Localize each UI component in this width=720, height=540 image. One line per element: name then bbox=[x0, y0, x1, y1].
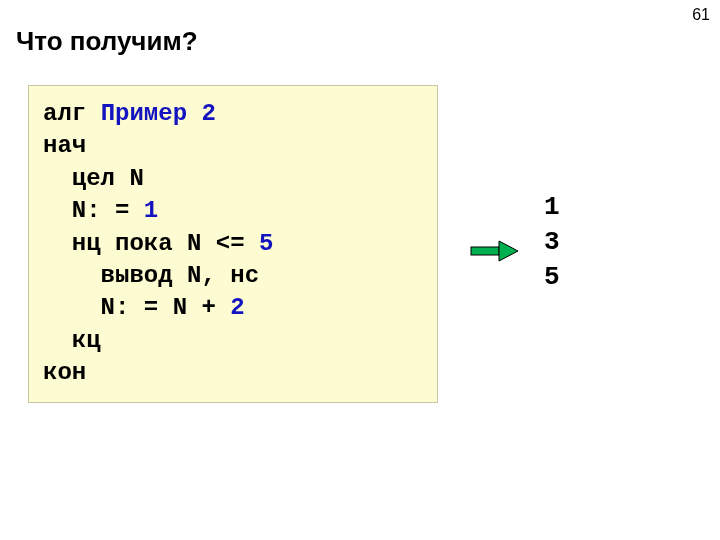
kw-nc-poka: нц пока bbox=[72, 230, 173, 257]
step-lhs: N: bbox=[101, 294, 130, 321]
code-block: алг Пример 2 нач цел N N: = 1 нц пока N … bbox=[28, 85, 438, 403]
step-rhs-n: N bbox=[173, 294, 187, 321]
kw-kc: кц bbox=[72, 327, 101, 354]
step-plus: + bbox=[201, 294, 215, 321]
kw-kon: кон bbox=[43, 359, 86, 386]
cond-op: <= bbox=[216, 230, 245, 257]
assign-lhs: N: bbox=[72, 197, 101, 224]
svg-marker-1 bbox=[499, 241, 518, 261]
kw-vyvod: вывод bbox=[101, 262, 173, 289]
cond-var: N bbox=[187, 230, 201, 257]
vyvod-args: N, нс bbox=[187, 262, 259, 289]
page-title: Что получим? bbox=[16, 26, 198, 57]
alg-name: Пример 2 bbox=[101, 100, 216, 127]
arrow-right-icon bbox=[468, 237, 523, 265]
kw-alg: алг bbox=[43, 100, 86, 127]
kw-nach: нач bbox=[43, 132, 86, 159]
assign-eq: = bbox=[115, 197, 129, 224]
literal-2: 2 bbox=[230, 294, 244, 321]
literal-1: 1 bbox=[144, 197, 158, 224]
kw-cel: цел bbox=[72, 165, 115, 192]
literal-5: 5 bbox=[259, 230, 273, 257]
page-number: 61 bbox=[692, 6, 710, 24]
step-eq: = bbox=[144, 294, 158, 321]
var-n-decl: N bbox=[129, 165, 143, 192]
svg-rect-0 bbox=[471, 247, 499, 255]
output-block: 1 3 5 bbox=[544, 190, 560, 295]
